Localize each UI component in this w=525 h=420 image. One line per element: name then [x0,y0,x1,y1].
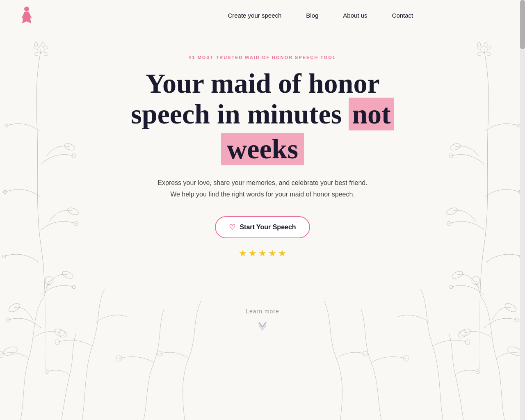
headline-line2: speech in minutes not [119,99,406,130]
learn-more-label: Learn more [246,308,279,315]
arrow-svg [255,318,270,333]
star-5: ★ [278,248,286,259]
navbar: Create your speech Blog About us Contact [0,0,525,30]
subtext-line1: Express your love, share your memories, … [158,179,367,186]
headline-highlight-not: not [349,98,394,130]
learn-more-section: Learn more [8,308,517,333]
star-1: ★ [239,248,247,259]
badge-text: #1 MOST TRUSTED MAID OF HONOR SPEECH TOO… [8,55,517,60]
star-2: ★ [249,248,257,259]
nav-about[interactable]: About us [343,12,367,19]
headline-highlight-weeks: weeks [221,133,304,165]
svg-point-41 [476,370,480,374]
hero-subtext: Express your love, share your memories, … [148,177,377,199]
scroll-thumb[interactable] [520,0,525,49]
scrollbar[interactable] [520,0,525,420]
svg-point-42 [24,7,29,11]
stars-row: ★ ★ ★ ★ ★ [8,248,517,259]
down-arrow-icon[interactable] [255,318,270,333]
nav-contact[interactable]: Contact [392,12,413,19]
hero-section: #1 MOST TRUSTED MAID OF HONOR SPEECH TOO… [0,30,525,349]
star-3: ★ [258,248,267,259]
svg-point-40 [403,356,409,361]
nav-links: Create your speech Blog About us Contact [228,12,413,19]
headline: Your maid of honor speech in minutes not… [119,68,406,165]
star-4: ★ [268,248,276,259]
nav-create-speech[interactable]: Create your speech [228,12,281,19]
logo[interactable] [16,5,37,25]
svg-point-39 [363,351,368,356]
nav-blog[interactable]: Blog [306,12,318,19]
svg-point-32 [45,370,49,374]
headline-line1: Your maid of honor [119,68,406,99]
svg-point-25 [0,351,3,358]
svg-point-31 [116,356,122,361]
logo-icon [16,5,37,25]
headline-line3: weeks [119,133,406,165]
heart-icon: ♡ [229,223,235,232]
start-speech-button[interactable]: ♡ Start Your Speech [215,216,310,238]
svg-point-30 [158,351,162,356]
headline-line2-text: speech in minutes [131,98,342,130]
cta-label: Start Your Speech [240,224,296,231]
subtext-line2: We help you find the right words for you… [170,191,355,198]
